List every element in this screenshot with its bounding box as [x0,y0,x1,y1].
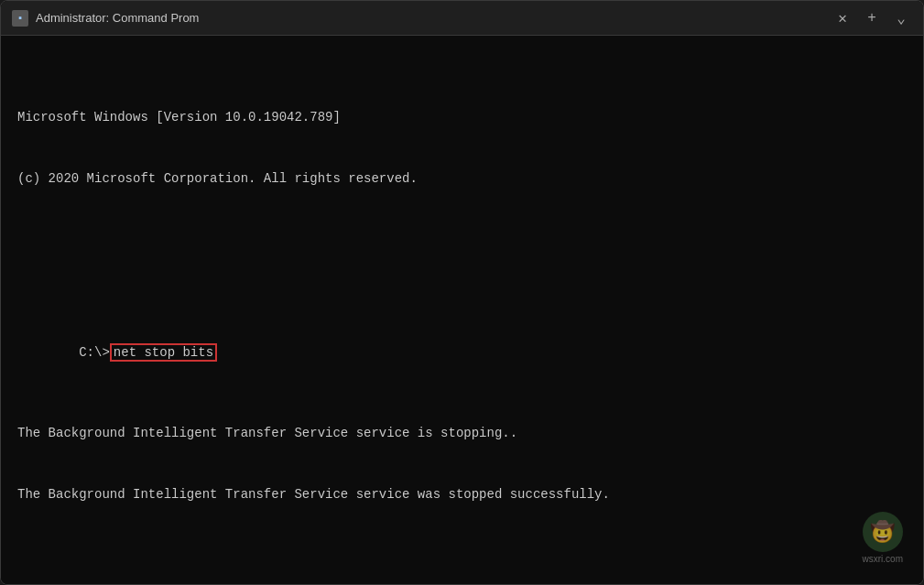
output-1a: The Background Intelligent Transfer Serv… [17,424,907,444]
add-tab-button[interactable]: + [861,7,883,29]
prompt-1: C:\> [79,345,110,360]
copyright-line: (c) 2020 Microsoft Corporation. All righ… [17,169,907,190]
dropdown-button[interactable]: ⌄ [890,7,912,29]
output-1b: The Background Intelligent Transfer Serv… [17,485,907,505]
window-title: Administrator: Command Prom [36,11,824,25]
title-bar: ▪ Administrator: Command Prom ✕ + ⌄ [1,1,923,36]
command-prompt-window: ▪ Administrator: Command Prom ✕ + ⌄ Micr… [0,0,924,585]
watermark-icon: 🤠 [863,512,903,552]
terminal-content: Microsoft Windows [Version 10.0.19042.78… [17,49,907,584]
terminal-body: Microsoft Windows [Version 10.0.19042.78… [1,36,923,584]
cmd-1-highlight: net stop bits [110,343,217,362]
cmd-line-1: C:\>net stop bits [17,323,907,383]
window-icon: ▪ [12,10,28,27]
watermark-text: wsxri.com [863,554,903,564]
watermark: 🤠 wsxri.com [863,512,903,564]
version-line: Microsoft Windows [Version 10.0.19042.78… [17,108,907,128]
close-button[interactable]: ✕ [832,7,853,29]
